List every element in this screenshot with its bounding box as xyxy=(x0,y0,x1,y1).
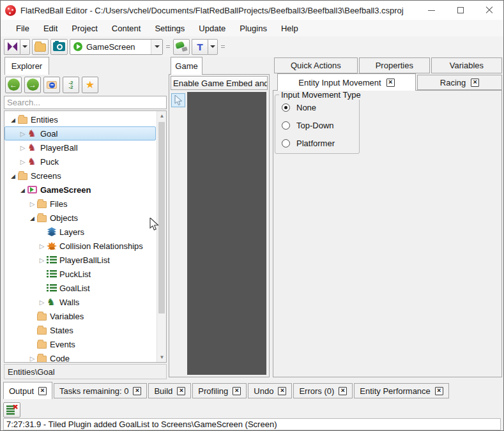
close-tab-icon[interactable] xyxy=(339,387,347,395)
text-tool-icon: T xyxy=(197,42,202,52)
collapse-all-button[interactable] xyxy=(43,77,60,93)
chevron-expanded-icon[interactable] xyxy=(27,215,37,222)
open-in-visual-studio-button[interactable] xyxy=(4,39,20,55)
tree-item-gamescreen[interactable]: GameScreen xyxy=(4,183,156,197)
tab-undo[interactable]: Undo xyxy=(248,383,292,398)
run-screen-dropdown[interactable] xyxy=(151,40,162,54)
run-screen-value: GameScreen xyxy=(86,42,135,52)
tab-build[interactable]: Build xyxy=(148,383,191,398)
menu-plugins[interactable]: Plugins xyxy=(233,21,274,36)
tab-variables[interactable]: Variables xyxy=(431,57,502,73)
scroll-down-icon[interactable]: ▼ xyxy=(157,352,167,362)
chevron-collapsed-icon[interactable] xyxy=(18,130,27,137)
navigate-back-button[interactable]: ← xyxy=(5,77,22,93)
text-tool-dropdown-button[interactable] xyxy=(208,39,218,55)
radio-platformer[interactable]: Platformer xyxy=(282,139,335,148)
navigate-forward-button[interactable]: → xyxy=(24,77,41,93)
menu-settings[interactable]: Settings xyxy=(148,21,192,36)
tab-output[interactable]: Output xyxy=(3,382,52,399)
visual-studio-dropdown-button[interactable] xyxy=(20,39,30,55)
open-folder-icon xyxy=(34,43,46,52)
chevron-collapsed-icon[interactable] xyxy=(27,355,37,362)
menu-file[interactable]: File xyxy=(9,21,36,36)
open-folder-button[interactable] xyxy=(32,39,49,55)
screenshot-button[interactable] xyxy=(50,39,68,55)
tree-item-files[interactable]: Files xyxy=(4,197,156,211)
tab-game[interactable]: Game xyxy=(171,57,202,75)
close-tab-icon[interactable] xyxy=(471,79,479,87)
tab-errors[interactable]: Errors (0) xyxy=(293,383,353,398)
marker-tool-button[interactable] xyxy=(173,39,190,55)
tree-item-playerballlist[interactable]: PlayerBallList xyxy=(4,253,156,267)
chevron-collapsed-icon[interactable] xyxy=(37,257,47,264)
window-title: FlatRedBall Editor - C:/Users/vchel/Docu… xyxy=(20,6,404,15)
chevron-collapsed-icon[interactable] xyxy=(27,200,37,208)
menu-content[interactable]: Content xyxy=(105,21,148,36)
menu-update[interactable]: Update xyxy=(192,21,233,36)
search-input[interactable] xyxy=(4,96,167,109)
scroll-up-icon[interactable]: ▲ xyxy=(157,111,167,121)
radio-unselected-icon[interactable] xyxy=(282,139,290,147)
close-tab-icon[interactable] xyxy=(435,387,443,395)
game-canvas[interactable] xyxy=(187,92,266,375)
close-tab-icon[interactable] xyxy=(386,79,395,87)
enable-game-embed-button[interactable]: Enable Game Embed and Editing xyxy=(171,76,268,90)
tree-item-events[interactable]: Events xyxy=(4,337,156,351)
chevron-expanded-icon[interactable] xyxy=(18,186,27,193)
tree-item-puck[interactable]: Puck xyxy=(4,155,156,169)
bookmarks-button[interactable]: ★ xyxy=(82,77,98,93)
tree-item-pucklist[interactable]: PuckList xyxy=(4,267,156,281)
minimize-button[interactable] xyxy=(417,1,446,20)
tree-item-walls[interactable]: Walls xyxy=(4,295,156,309)
tree-item-states[interactable]: States xyxy=(4,323,156,337)
menu-edit[interactable]: Edit xyxy=(36,21,65,36)
menu-help[interactable]: Help xyxy=(274,21,305,36)
tree-scrollbar[interactable]: ▲ ▼ xyxy=(157,111,166,362)
tab-profiling[interactable]: Profiling xyxy=(192,383,247,398)
radio-unselected-icon[interactable] xyxy=(282,121,290,130)
tab-quick-actions[interactable]: Quick Actions xyxy=(274,57,358,73)
close-tab-icon[interactable] xyxy=(233,387,241,395)
tree-item-layers[interactable]: Layers xyxy=(4,225,156,239)
close-tab-icon[interactable] xyxy=(38,387,47,395)
maximize-button[interactable] xyxy=(446,1,475,20)
tree-item-goallist[interactable]: GoalList xyxy=(4,281,156,295)
radio-none[interactable]: None xyxy=(282,103,316,112)
folder-icon xyxy=(37,199,50,208)
tree-item-variables[interactable]: Variables xyxy=(4,309,156,323)
tab-tasks-remaining[interactable]: Tasks remaining: 0 xyxy=(54,383,147,398)
tab-properties[interactable]: Properties xyxy=(359,57,430,73)
close-tab-icon[interactable] xyxy=(133,387,141,395)
tree-item-entities[interactable]: Entities xyxy=(4,112,156,126)
chevron-collapsed-icon[interactable] xyxy=(37,299,47,306)
select-cursor-tool-button[interactable] xyxy=(171,93,185,107)
screen-icon xyxy=(27,186,40,193)
tree-item-objects[interactable]: Objects xyxy=(4,211,156,225)
run-screen-selector[interactable]: GameScreen xyxy=(70,39,163,55)
radio-selected-icon[interactable] xyxy=(282,103,290,112)
scrollbar-thumb[interactable] xyxy=(158,122,165,314)
tab-entity-input-movement[interactable]: Entity Input Movement xyxy=(277,73,416,91)
clear-output-button[interactable] xyxy=(3,402,20,418)
chevron-collapsed-icon[interactable] xyxy=(18,158,27,165)
chevron-collapsed-icon[interactable] xyxy=(18,144,27,151)
text-tool-button[interactable]: T xyxy=(192,39,208,55)
tree-item-collision-relationships[interactable]: Collision Relationships xyxy=(4,239,156,253)
close-button[interactable] xyxy=(475,1,503,20)
sort-list-button[interactable]: -2 -2 xyxy=(63,77,79,93)
tree-item-goal[interactable]: Goal xyxy=(4,126,156,140)
radio-top-down[interactable]: Top-Down xyxy=(282,121,334,130)
chevron-collapsed-icon[interactable] xyxy=(37,243,47,250)
tab-explorer[interactable]: Explorer xyxy=(4,57,49,75)
tab-racing[interactable]: Racing xyxy=(417,75,502,90)
close-tab-icon[interactable] xyxy=(177,387,185,395)
tree-item-code[interactable]: Code xyxy=(4,351,156,363)
chevron-expanded-icon[interactable] xyxy=(8,172,18,179)
tree-item-playerball[interactable]: PlayerBall xyxy=(4,140,156,155)
menu-project[interactable]: Project xyxy=(65,21,104,36)
close-tab-icon[interactable] xyxy=(278,387,286,395)
chevron-expanded-icon[interactable] xyxy=(8,116,18,123)
tree-item-screens[interactable]: Screens xyxy=(4,169,156,183)
properties-panel: Quick Actions Properties Variables Entit… xyxy=(273,57,502,379)
tab-entity-performance[interactable]: Entity Performance xyxy=(354,383,449,398)
